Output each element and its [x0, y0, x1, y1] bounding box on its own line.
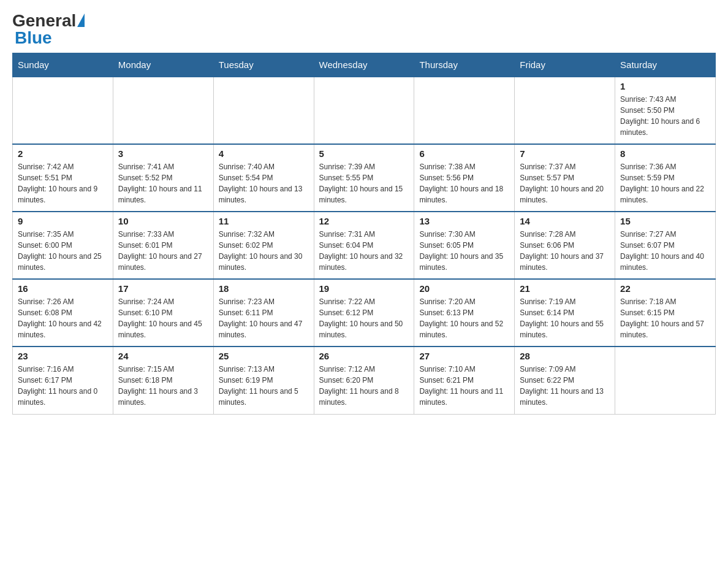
calendar-cell: 17Sunrise: 7:24 AM Sunset: 6:10 PM Dayli… — [113, 279, 213, 347]
calendar-week-row: 1Sunrise: 7:43 AM Sunset: 5:50 PM Daylig… — [13, 77, 716, 144]
page-header: GeneralBlue — [12, 12, 716, 47]
day-number: 18 — [219, 283, 309, 294]
calendar-cell: 25Sunrise: 7:13 AM Sunset: 6:19 PM Dayli… — [213, 347, 314, 414]
day-info: Sunrise: 7:43 AM Sunset: 5:50 PM Dayligh… — [620, 94, 710, 138]
day-info: Sunrise: 7:32 AM Sunset: 6:02 PM Dayligh… — [219, 229, 309, 273]
day-number: 3 — [118, 148, 208, 159]
day-number: 28 — [520, 351, 610, 361]
calendar-cell: 23Sunrise: 7:16 AM Sunset: 6:17 PM Dayli… — [13, 347, 113, 414]
day-info: Sunrise: 7:12 AM Sunset: 6:20 PM Dayligh… — [319, 364, 409, 408]
day-info: Sunrise: 7:38 AM Sunset: 5:56 PM Dayligh… — [419, 161, 509, 205]
day-number: 26 — [319, 351, 409, 361]
calendar-table: SundayMondayTuesdayWednesdayThursdayFrid… — [12, 53, 716, 415]
calendar-cell: 2Sunrise: 7:42 AM Sunset: 5:51 PM Daylig… — [13, 144, 113, 212]
day-info: Sunrise: 7:26 AM Sunset: 6:08 PM Dayligh… — [18, 296, 108, 340]
day-info: Sunrise: 7:22 AM Sunset: 6:12 PM Dayligh… — [319, 296, 409, 340]
day-info: Sunrise: 7:37 AM Sunset: 5:57 PM Dayligh… — [520, 161, 610, 205]
day-info: Sunrise: 7:36 AM Sunset: 5:59 PM Dayligh… — [620, 161, 710, 205]
day-info: Sunrise: 7:28 AM Sunset: 6:06 PM Dayligh… — [520, 229, 610, 273]
day-header-friday: Friday — [515, 53, 615, 77]
day-number: 5 — [319, 148, 409, 159]
logo-triangle-icon — [77, 13, 85, 27]
calendar-cell: 1Sunrise: 7:43 AM Sunset: 5:50 PM Daylig… — [615, 77, 716, 144]
calendar-cell — [615, 347, 716, 414]
calendar-cell: 7Sunrise: 7:37 AM Sunset: 5:57 PM Daylig… — [515, 144, 615, 212]
day-info: Sunrise: 7:20 AM Sunset: 6:13 PM Dayligh… — [419, 296, 509, 340]
calendar-cell: 18Sunrise: 7:23 AM Sunset: 6:11 PM Dayli… — [213, 279, 314, 347]
day-info: Sunrise: 7:16 AM Sunset: 6:17 PM Dayligh… — [18, 364, 108, 408]
day-number: 4 — [219, 148, 309, 159]
calendar-cell: 13Sunrise: 7:30 AM Sunset: 6:05 PM Dayli… — [414, 212, 515, 279]
day-number: 11 — [219, 216, 309, 226]
calendar-header-row: SundayMondayTuesdayWednesdayThursdayFrid… — [13, 53, 716, 77]
calendar-cell — [213, 77, 314, 144]
day-header-tuesday: Tuesday — [213, 53, 314, 77]
day-header-saturday: Saturday — [615, 53, 716, 77]
calendar-cell: 21Sunrise: 7:19 AM Sunset: 6:14 PM Dayli… — [515, 279, 615, 347]
calendar-cell: 26Sunrise: 7:12 AM Sunset: 6:20 PM Dayli… — [314, 347, 414, 414]
day-info: Sunrise: 7:30 AM Sunset: 6:05 PM Dayligh… — [419, 229, 509, 273]
calendar-cell: 8Sunrise: 7:36 AM Sunset: 5:59 PM Daylig… — [615, 144, 716, 212]
calendar-cell: 11Sunrise: 7:32 AM Sunset: 6:02 PM Dayli… — [213, 212, 314, 279]
day-info: Sunrise: 7:24 AM Sunset: 6:10 PM Dayligh… — [118, 296, 208, 340]
day-number: 20 — [419, 283, 509, 294]
day-info: Sunrise: 7:09 AM Sunset: 6:22 PM Dayligh… — [520, 364, 610, 408]
day-header-thursday: Thursday — [414, 53, 515, 77]
day-number: 27 — [419, 351, 509, 361]
calendar-cell: 24Sunrise: 7:15 AM Sunset: 6:18 PM Dayli… — [113, 347, 213, 414]
day-header-wednesday: Wednesday — [314, 53, 414, 77]
day-info: Sunrise: 7:18 AM Sunset: 6:15 PM Dayligh… — [620, 296, 710, 340]
day-info: Sunrise: 7:19 AM Sunset: 6:14 PM Dayligh… — [520, 296, 610, 340]
day-number: 1 — [620, 81, 710, 91]
day-number: 12 — [319, 216, 409, 226]
day-number: 9 — [18, 216, 108, 226]
calendar-week-row: 9Sunrise: 7:35 AM Sunset: 6:00 PM Daylig… — [13, 212, 716, 279]
calendar-cell: 9Sunrise: 7:35 AM Sunset: 6:00 PM Daylig… — [13, 212, 113, 279]
day-info: Sunrise: 7:41 AM Sunset: 5:52 PM Dayligh… — [118, 161, 208, 205]
calendar-cell: 19Sunrise: 7:22 AM Sunset: 6:12 PM Dayli… — [314, 279, 414, 347]
day-info: Sunrise: 7:40 AM Sunset: 5:54 PM Dayligh… — [219, 161, 309, 205]
day-info: Sunrise: 7:42 AM Sunset: 5:51 PM Dayligh… — [18, 161, 108, 205]
calendar-cell: 20Sunrise: 7:20 AM Sunset: 6:13 PM Dayli… — [414, 279, 515, 347]
calendar-cell: 4Sunrise: 7:40 AM Sunset: 5:54 PM Daylig… — [213, 144, 314, 212]
calendar-cell — [414, 77, 515, 144]
day-number: 21 — [520, 283, 610, 294]
calendar-cell — [314, 77, 414, 144]
calendar-cell — [113, 77, 213, 144]
calendar-cell: 14Sunrise: 7:28 AM Sunset: 6:06 PM Dayli… — [515, 212, 615, 279]
calendar-cell: 27Sunrise: 7:10 AM Sunset: 6:21 PM Dayli… — [414, 347, 515, 414]
calendar-cell: 28Sunrise: 7:09 AM Sunset: 6:22 PM Dayli… — [515, 347, 615, 414]
logo-general-text: General — [12, 12, 76, 29]
day-info: Sunrise: 7:33 AM Sunset: 6:01 PM Dayligh… — [118, 229, 208, 273]
calendar-cell: 3Sunrise: 7:41 AM Sunset: 5:52 PM Daylig… — [113, 144, 213, 212]
calendar-cell: 22Sunrise: 7:18 AM Sunset: 6:15 PM Dayli… — [615, 279, 716, 347]
day-number: 17 — [118, 283, 208, 294]
calendar-week-row: 23Sunrise: 7:16 AM Sunset: 6:17 PM Dayli… — [13, 347, 716, 414]
day-number: 16 — [18, 283, 108, 294]
calendar-cell: 5Sunrise: 7:39 AM Sunset: 5:55 PM Daylig… — [314, 144, 414, 212]
calendar-cell: 10Sunrise: 7:33 AM Sunset: 6:01 PM Dayli… — [113, 212, 213, 279]
day-number: 8 — [620, 148, 710, 159]
calendar-cell — [13, 77, 113, 144]
calendar-cell: 6Sunrise: 7:38 AM Sunset: 5:56 PM Daylig… — [414, 144, 515, 212]
day-number: 14 — [520, 216, 610, 226]
day-number: 15 — [620, 216, 710, 226]
day-number: 24 — [118, 351, 208, 361]
calendar-week-row: 2Sunrise: 7:42 AM Sunset: 5:51 PM Daylig… — [13, 144, 716, 212]
day-header-sunday: Sunday — [13, 53, 113, 77]
day-number: 22 — [620, 283, 710, 294]
day-info: Sunrise: 7:23 AM Sunset: 6:11 PM Dayligh… — [219, 296, 309, 340]
logo: GeneralBlue — [12, 12, 85, 47]
day-number: 19 — [319, 283, 409, 294]
day-number: 6 — [419, 148, 509, 159]
day-number: 7 — [520, 148, 610, 159]
day-number: 23 — [18, 351, 108, 361]
day-info: Sunrise: 7:15 AM Sunset: 6:18 PM Dayligh… — [118, 364, 208, 408]
day-number: 25 — [219, 351, 309, 361]
day-number: 13 — [419, 216, 509, 226]
day-info: Sunrise: 7:10 AM Sunset: 6:21 PM Dayligh… — [419, 364, 509, 408]
day-info: Sunrise: 7:31 AM Sunset: 6:04 PM Dayligh… — [319, 229, 409, 273]
calendar-cell — [515, 77, 615, 144]
logo-blue-text: Blue — [15, 29, 85, 47]
calendar-cell: 15Sunrise: 7:27 AM Sunset: 6:07 PM Dayli… — [615, 212, 716, 279]
